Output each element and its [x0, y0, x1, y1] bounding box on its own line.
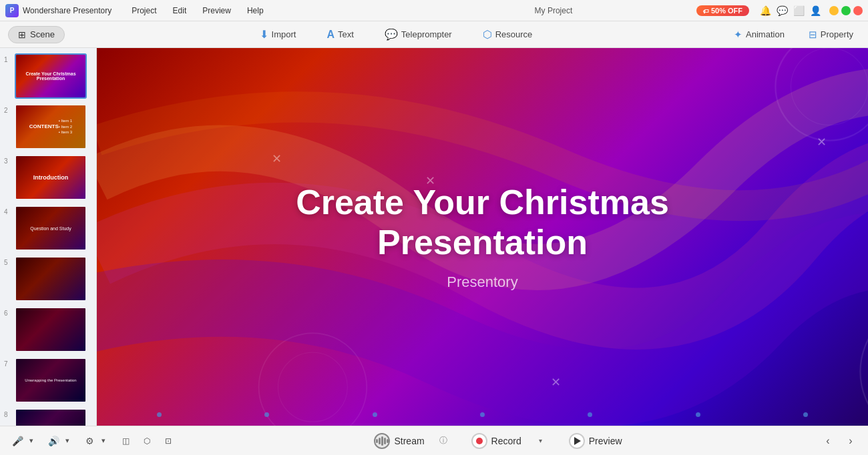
menu-bar: Project Edit Preview Help [125, 5, 411, 17]
scene-icon: ⊞ [18, 29, 26, 40]
slide-item-2[interactable]: 2 CONTENTS • Item 1• Item 2• Item 3 [4, 104, 92, 149]
play-icon [574, 437, 581, 445]
speaker-dropdown[interactable]: ▾ [65, 436, 69, 445]
slide-item-1[interactable]: 1 Create Your ChristmasPresentation [4, 53, 92, 99]
settings-dropdown[interactable]: ▾ [101, 436, 105, 445]
svg-point-2 [860, 302, 868, 426]
svg-point-0 [775, 48, 868, 141]
layout2-button[interactable]: ⬡ [138, 432, 156, 450]
close-button[interactable] [853, 6, 863, 15]
slide-number-7: 7 [4, 358, 12, 368]
bottom-center-controls: Stream ⓘ Record ▾ Preview [183, 429, 813, 453]
mic-icon: 🎤 [12, 436, 23, 446]
user-icon[interactable]: 👤 [810, 5, 821, 16]
slide-thumb-2[interactable]: CONTENTS • Item 1• Item 2• Item 3 [15, 104, 87, 149]
bottom-bar: 🎤 ▾ 🔊 ▾ ⚙ ▾ ◫ ⬡ ⊡ [0, 426, 868, 455]
window-icon[interactable]: ⬜ [793, 5, 805, 16]
slide-item-4[interactable]: 4 Question and Study [4, 205, 92, 251]
svg-point-1 [791, 48, 869, 125]
mic-button[interactable]: 🎤 [8, 432, 27, 450]
scene-button[interactable]: ⊞ Scene [8, 26, 65, 43]
record-dropdown[interactable]: ▾ [536, 434, 545, 447]
close-marker-3[interactable]: ✕ [551, 375, 561, 390]
tool-import[interactable]: ⬇ Import [254, 25, 302, 43]
close-marker-4[interactable]: ✕ [817, 135, 827, 149]
property-label: Property [821, 29, 853, 39]
stream-info-icon[interactable]: ⓘ [439, 435, 447, 446]
prev-icon: ‹ [826, 435, 829, 447]
preview-group: Preview [558, 429, 633, 453]
slide-thumb-8[interactable] [15, 408, 87, 426]
menu-edit[interactable]: Edit [166, 5, 194, 17]
slide-item-6[interactable]: 6 [4, 307, 92, 352]
import-icon: ⬇ [260, 28, 268, 41]
property-button[interactable]: ⊟ Property [802, 26, 860, 43]
animation-button[interactable]: ✦ Animation [727, 26, 791, 43]
slide-thumb-7[interactable]: Unwrapping the Presentation [15, 358, 87, 403]
next-icon: › [849, 435, 852, 447]
settings-button[interactable]: ⚙ [80, 432, 99, 450]
animation-label: Animation [746, 29, 785, 39]
menu-preview[interactable]: Preview [196, 5, 238, 17]
record-label: Record [491, 436, 521, 446]
project-title: My Project [411, 6, 696, 15]
next-slide-button[interactable]: › [841, 432, 860, 450]
maximize-button[interactable] [841, 6, 851, 15]
slide-item-8[interactable]: 8 [4, 408, 92, 426]
resize-dot-3[interactable] [373, 412, 377, 417]
teleprompter-icon: 💬 [385, 28, 398, 41]
main-slide: ✕ ✕ ✕ ✕ Create Your ChristmasPresentatio… [97, 48, 868, 426]
menu-help[interactable]: Help [240, 5, 270, 17]
toolbar-tools: ⬇ Import A Text 💬 Teleprompter ⬡ Resourc… [65, 25, 727, 43]
preview-icon-circle [569, 433, 585, 449]
mic-dropdown[interactable]: ▾ [29, 436, 33, 445]
layout3-button[interactable]: ⊡ [159, 432, 178, 450]
menu-project[interactable]: Project [125, 5, 163, 17]
titlebar: P Wondershare Presentory Project Edit Pr… [0, 0, 868, 21]
slide-subtitle: Presentory [296, 274, 669, 291]
tool-teleprompter[interactable]: 💬 Teleprompter [379, 25, 457, 43]
resize-dot-6[interactable] [696, 412, 700, 417]
app-logo: P [5, 4, 19, 17]
slide-number-1: 1 [4, 53, 12, 63]
tool-text[interactable]: A Text [321, 25, 359, 43]
stream-button[interactable]: Stream [363, 429, 435, 453]
slide-thumb-5[interactable] [15, 256, 87, 302]
close-marker-1[interactable]: ✕ [272, 151, 282, 166]
stream-icon-circle [374, 433, 390, 449]
layout2-icon: ⬡ [144, 436, 150, 446]
resize-dot-4[interactable] [480, 412, 485, 417]
promo-button[interactable]: 🏷 50% OFF [696, 5, 749, 16]
resize-dot-2[interactable] [264, 412, 269, 417]
toolbar: ⊞ Scene ⬇ Import A Text 💬 Teleprompter ⬡… [0, 21, 868, 48]
slide-canvas[interactable]: ✕ ✕ ✕ ✕ Create Your ChristmasPresentatio… [97, 48, 868, 426]
slide-number-5: 5 [4, 256, 12, 266]
text-icon: A [327, 29, 335, 41]
scene-label: Scene [30, 29, 55, 39]
slide-thumb-6[interactable] [15, 307, 87, 352]
stream-wave-icon [376, 436, 389, 446]
slides-panel[interactable]: 1 Create Your ChristmasPresentation 2 CO… [0, 48, 97, 426]
slide-thumb-1[interactable]: Create Your ChristmasPresentation [15, 53, 87, 99]
layout1-button[interactable]: ◫ [116, 432, 135, 450]
chat-icon[interactable]: 💬 [777, 5, 788, 16]
slide-item-7[interactable]: 7 Unwrapping the Presentation [4, 358, 92, 403]
record-button[interactable]: Record [461, 429, 532, 453]
prev-slide-button[interactable]: ‹ [819, 432, 837, 450]
slide-thumb-3[interactable]: Introduction [15, 155, 87, 200]
slide-title: Create Your ChristmasPresentation [296, 183, 669, 263]
tool-resource[interactable]: ⬡ Resource [477, 25, 538, 43]
notifications-icon[interactable]: 🔔 [760, 5, 771, 16]
resize-handles [97, 412, 868, 416]
resize-dot-7[interactable] [803, 412, 808, 417]
resize-dot-1[interactable] [157, 412, 162, 417]
preview-button[interactable]: Preview [558, 429, 633, 453]
slide-item-3[interactable]: 3 Introduction [4, 155, 92, 200]
speaker-button[interactable]: 🔊 [44, 432, 63, 450]
slide-item-5[interactable]: 5 [4, 256, 92, 302]
minimize-button[interactable] [829, 6, 839, 15]
slide-number-2: 2 [4, 104, 12, 114]
preview-label: Preview [589, 436, 622, 446]
slide-thumb-4[interactable]: Question and Study [15, 205, 87, 251]
resize-dot-5[interactable] [588, 412, 592, 417]
